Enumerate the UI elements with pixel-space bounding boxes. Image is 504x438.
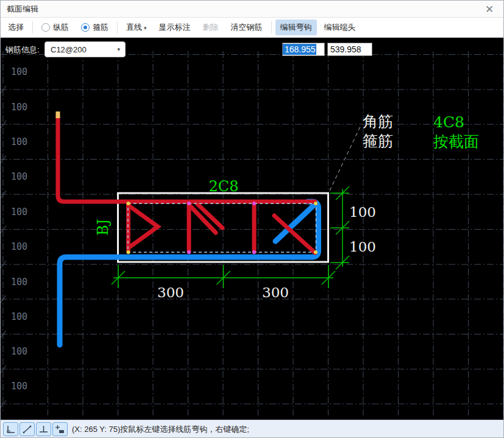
select-button[interactable]: 选择 — [3, 19, 29, 35]
coord-y-input[interactable]: 539.958 — [327, 43, 372, 56]
dim-100-top: 100 — [349, 204, 376, 220]
ruler-label: 100 — [11, 381, 27, 392]
ruler-label: 100 — [11, 311, 27, 322]
label-right-mode: 按截面 — [433, 133, 479, 150]
drawing-canvas[interactable]: 钢筋信息: C12@200 ▾ 168.955 539.958 — [1, 38, 503, 420]
radio-stirrup[interactable]: 箍筋 — [81, 22, 108, 33]
ruler-label: 100 — [11, 102, 27, 113]
vertex-magenta[interactable] — [187, 202, 191, 205]
chevron-down-icon: ▾ — [144, 25, 147, 31]
status-hint: (X: 265 Y: 75)按鼠标左键选择线筋弯钩，右键确定; — [72, 424, 249, 435]
vertex-magenta[interactable] — [252, 250, 256, 254]
section-edit-window: 截面编辑 ✕ 选择 纵筋 箍筋 直线▾ 显示标注 删除 清空钢筋 编辑弯钩 编辑… — [0, 0, 504, 438]
dim-300-right: 300 — [262, 284, 289, 300]
titlebar: 截面编辑 ✕ — [1, 1, 503, 18]
label-section-name: BJ — [94, 219, 112, 235]
rebar-spec-dropdown[interactable]: C12@200 ▾ — [44, 41, 126, 57]
diagonal-line-icon[interactable] — [20, 422, 35, 436]
coord-x-input[interactable]: 168.955 — [282, 43, 325, 56]
radio-stirrup-label: 箍筋 — [93, 22, 108, 33]
red-stirrup-chevron[interactable] — [129, 206, 158, 247]
edit-hook-button[interactable]: 编辑弯钩 — [275, 19, 317, 35]
edit-end-button[interactable]: 编辑端头 — [319, 19, 361, 35]
chevron-down-icon: ▾ — [117, 46, 120, 52]
toolbar-separator — [32, 21, 33, 34]
vertex-magenta[interactable] — [252, 202, 256, 205]
vertex-yellow[interactable] — [127, 250, 130, 254]
radio-unchecked-icon[interactable] — [41, 23, 50, 32]
statusbar: (X: 265 Y: 75)按鼠标左键选择线筋弯钩，右键确定; — [1, 420, 503, 438]
ruler-label: 100 — [11, 171, 27, 182]
vertex-magenta[interactable] — [187, 250, 191, 254]
toolbar: 选择 纵筋 箍筋 直线▾ 显示标注 删除 清空钢筋 编辑弯钩 编辑端头 — [1, 18, 503, 38]
coord-y-value: 539.958 — [328, 44, 361, 54]
dim-bottom — [112, 265, 335, 288]
page-title: 截面编辑 — [7, 4, 38, 15]
clear-rebar-button[interactable]: 清空钢筋 — [226, 19, 268, 35]
rebar-end-tip — [56, 111, 60, 118]
crosshair-offset-icon[interactable] — [52, 422, 68, 436]
coord-x-value: 168.955 — [283, 44, 316, 55]
close-icon[interactable]: ✕ — [479, 1, 500, 18]
label-stirrup: 箍筋 — [363, 132, 393, 149]
dim-right — [330, 186, 349, 269]
label-right-count: 4C8 — [433, 113, 464, 131]
show-annotation-button[interactable]: 显示标注 — [154, 19, 196, 35]
dim-100-bottom: 100 — [349, 239, 376, 255]
label-top-bars: 2C8 — [209, 178, 239, 195]
radio-checked-icon[interactable] — [81, 23, 90, 32]
cad-drawing: 100 100 100 100 100 100 100 100 100 100 — [1, 38, 503, 420]
leader-line — [330, 125, 361, 191]
vertex-yellow[interactable] — [314, 202, 318, 205]
line-tool-button[interactable]: 直线▾ — [121, 19, 152, 35]
ruler-label: 100 — [11, 66, 27, 77]
red-stirrup-legs[interactable] — [129, 204, 255, 252]
ruler-label: 100 — [11, 136, 27, 147]
perpendicular-icon[interactable] — [36, 422, 51, 436]
vertex-yellow[interactable] — [314, 250, 318, 254]
label-corner-bar: 角筋 — [363, 113, 393, 130]
ortho-corner-icon[interactable] — [3, 422, 18, 436]
rebar-spec-value: C12@200 — [51, 45, 117, 54]
ruler-label: 100 — [11, 207, 27, 217]
rebar-info-label: 钢筋信息: — [5, 44, 40, 55]
delete-button: 删除 — [198, 19, 224, 35]
radio-longitudinal-label: 纵筋 — [53, 22, 69, 33]
vertex-yellow[interactable] — [127, 202, 130, 205]
toolbar-separator — [117, 21, 118, 34]
toolbar-separator — [271, 21, 272, 34]
red-stirrup-double-diagonal[interactable] — [190, 204, 222, 233]
ruler-label: 100 — [11, 346, 27, 357]
ruler-label: 100 — [11, 241, 27, 252]
ruler-label: 100 — [11, 277, 27, 288]
radio-longitudinal-bar[interactable]: 纵筋 — [41, 22, 69, 33]
dim-300-left: 300 — [157, 284, 184, 300]
